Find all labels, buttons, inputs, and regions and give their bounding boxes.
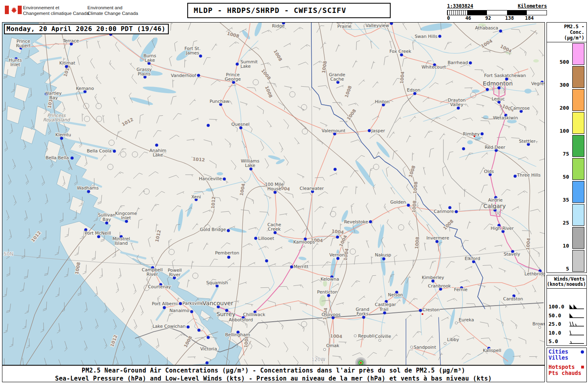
wind-barb-icon <box>569 312 585 319</box>
city-label: Nanaimo <box>170 308 189 313</box>
city-dot <box>419 309 422 312</box>
city-dot <box>369 220 372 223</box>
hotspots-label-fr: Pts chauds <box>549 370 581 376</box>
pm25-legend: PM2.5 - Conc. (µg/m³) 500300200100755035… <box>547 22 587 273</box>
city-label: Wetaskiwin <box>493 115 518 121</box>
city-label: Fox Creek <box>389 49 412 54</box>
svg-text:1012: 1012 <box>210 196 217 209</box>
wind-speed-label: 25.0 <box>549 321 561 327</box>
us-city-label: Sandpoint <box>414 345 436 350</box>
city-label: Cache <box>330 77 344 82</box>
legend-swatch <box>572 135 584 157</box>
city-dot <box>462 147 465 150</box>
legend-threshold: 300 <box>560 82 569 88</box>
city-label: Trail <box>379 307 388 312</box>
city-label: Kimberley <box>422 275 444 280</box>
pm25-legend-title: PM2.5 - Conc. (µg/m³) <box>547 23 586 41</box>
city-label: Creston <box>422 307 440 312</box>
city-label: Valemount <box>322 128 346 133</box>
city-label: Olds <box>484 169 494 174</box>
city-label: Abbotsford <box>229 317 253 323</box>
weather-map-product: Environnement etChangement climatique Ca… <box>0 0 588 383</box>
city-label: Wadhams <box>77 185 99 191</box>
city-label: Royal Island <box>43 117 70 123</box>
city-label: Port Alberni <box>152 301 178 306</box>
city-label: Courtenay <box>148 284 171 289</box>
legend-swatch <box>572 158 584 180</box>
city-dot <box>223 177 226 181</box>
city-label: Penticton <box>317 289 337 295</box>
city-dot <box>407 204 410 207</box>
city-label: Kalispell <box>483 348 501 353</box>
city-label: Bellingham <box>225 332 250 337</box>
city-label: Lake <box>240 64 251 69</box>
city-dot <box>336 235 339 239</box>
us-city-label: Colville <box>375 334 391 339</box>
city-label: Nelson <box>388 292 403 298</box>
city-dot <box>207 336 210 339</box>
city-label: Whitecourt <box>422 65 446 70</box>
city-label: Kitimat <box>59 60 75 66</box>
city-label: Bay <box>103 217 111 222</box>
city-label: Kemano <box>76 86 94 91</box>
city-label: Lake <box>153 152 163 158</box>
city-label: Valley <box>450 102 464 107</box>
wind-barb-icon <box>569 321 585 328</box>
city-dot <box>265 259 268 262</box>
city-label: Edson <box>407 87 420 93</box>
legend-threshold: 100 <box>560 128 569 134</box>
city-label: Inlet <box>10 62 21 67</box>
city-dot <box>70 156 74 160</box>
city-dot <box>455 210 458 213</box>
city-label: Edmonton <box>483 80 513 87</box>
city-label: Vanderhoof <box>171 73 197 78</box>
wind-speed-row: 10.0 <box>547 329 586 337</box>
city-label: Vernon <box>329 252 345 258</box>
scalebar-tick: 92 <box>485 15 491 21</box>
canada-flag-icon <box>5 6 22 14</box>
city-dot <box>290 265 293 269</box>
wind-barb-icon <box>569 303 585 310</box>
svg-text:120W: 120W <box>311 357 325 362</box>
city-label: Vegreville <box>531 81 545 86</box>
map-svg: 1012101210121012101210121012101210081008… <box>2 23 545 365</box>
city-dot <box>197 329 201 332</box>
wind-speed-label: 100.0 <box>549 304 564 310</box>
city-label: Plains <box>138 71 151 77</box>
city-label: Swan Hills <box>415 34 438 39</box>
city-label: Kamloops <box>293 239 315 245</box>
city-label: Ridge <box>272 23 285 29</box>
city-label: Canmore <box>434 209 454 214</box>
legend-threshold: 5 <box>566 266 569 272</box>
department-name-en: Environment andClimate Change Canada <box>87 5 138 16</box>
legend-swatch <box>572 181 584 203</box>
us-city-marker <box>323 348 326 351</box>
city-label: Cardston <box>503 296 523 302</box>
city-dot <box>186 325 190 329</box>
us-city-label: Browning <box>532 321 545 327</box>
wind-speed-label: 10.0 <box>549 330 561 336</box>
city-label: Vancouver <box>203 300 233 306</box>
legend-threshold: 75 <box>563 151 569 157</box>
city-label: Revelstoke <box>344 219 368 225</box>
city-dot <box>227 229 230 232</box>
svg-text:50N: 50N <box>4 251 13 257</box>
legend-swatch <box>572 227 584 249</box>
legend-swatch <box>572 66 584 88</box>
legend-threshold: 500 <box>560 59 569 65</box>
city-label: Squamish <box>206 280 228 285</box>
city-dot-icon <box>581 350 584 354</box>
city-label: River <box>169 272 181 277</box>
legend-swatch <box>572 43 584 65</box>
us-city-marker <box>379 339 381 341</box>
us-city-label: Libby <box>447 337 459 342</box>
city-label: Surrey <box>216 311 236 317</box>
legend-swatch <box>572 89 584 111</box>
city-label: Airdrie <box>488 198 503 203</box>
svg-text:1004: 1004 <box>525 237 532 250</box>
legend-threshold: 200 <box>560 105 569 111</box>
city-label: Red Deer <box>485 145 505 150</box>
legend-threshold: 35 <box>563 197 569 203</box>
city-label: Lake <box>245 163 255 168</box>
city-dot <box>236 62 239 66</box>
